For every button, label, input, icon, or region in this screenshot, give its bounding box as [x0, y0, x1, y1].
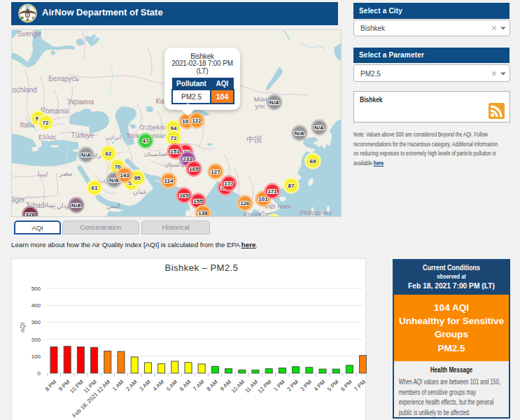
- svg-text:3 PM: 3 PM: [300, 379, 314, 393]
- svg-text:400: 400: [31, 302, 41, 309]
- svg-text:8 PM: 8 PM: [44, 379, 58, 393]
- svg-text:Türkiye: Türkiye: [71, 132, 94, 139]
- svg-text:N/A: N/A: [81, 152, 91, 158]
- svg-text:69: 69: [310, 158, 316, 164]
- svg-text:165: 165: [189, 166, 199, 172]
- svg-text:улс: улс: [255, 102, 266, 110]
- svg-text:ليبيا: ليبيا: [38, 170, 48, 178]
- svg-text:11 AM: 11 AM: [244, 379, 259, 394]
- svg-text:0: 0: [38, 370, 41, 377]
- svg-text:165: 165: [179, 192, 189, 199]
- svg-text:4 AM: 4 AM: [152, 379, 165, 392]
- svg-text:328: 328: [25, 211, 35, 217]
- svg-text:127: 127: [211, 169, 220, 175]
- svg-text:10 AM: 10 AM: [230, 379, 246, 395]
- svg-text:Беларусь: Беларусь: [48, 75, 79, 83]
- svg-text:47: 47: [143, 138, 149, 144]
- svg-text:8 AM: 8 AM: [206, 379, 219, 392]
- svg-text:200: 200: [31, 337, 41, 343]
- svg-text:1 AM: 1 AM: [111, 379, 125, 392]
- svg-text:114: 114: [164, 178, 174, 184]
- svg-text:5 PM: 5 PM: [326, 379, 340, 393]
- svg-text:Deutschland: Deutschland: [12, 86, 37, 94]
- svg-text:AQI: AQI: [19, 323, 26, 333]
- svg-text:177: 177: [224, 181, 234, 187]
- svg-text:Bishkek – PM2.5: Bishkek – PM2.5: [164, 262, 238, 273]
- svg-text:Ελλάς: Ελλάς: [38, 133, 57, 141]
- svg-text:62: 62: [106, 150, 112, 157]
- svg-text:ایران: ایران: [108, 134, 121, 141]
- svg-text:87: 87: [288, 183, 295, 189]
- svg-text:Philippines: Philippines: [300, 209, 332, 216]
- svg-text:Niger: Niger: [12, 196, 26, 204]
- svg-text:N/A: N/A: [71, 202, 81, 209]
- svg-text:126: 126: [240, 200, 250, 206]
- svg-text:5 AM: 5 AM: [165, 379, 178, 392]
- svg-text:171: 171: [267, 188, 277, 195]
- svg-text:143: 143: [120, 172, 129, 178]
- svg-text:300: 300: [31, 319, 41, 326]
- svg-text:Sverige: Sverige: [17, 30, 41, 38]
- svg-text:151: 151: [170, 148, 180, 155]
- svg-text:2 AM: 2 AM: [125, 379, 138, 392]
- svg-text:6 AM: 6 AM: [178, 379, 192, 392]
- svg-text:N/A: N/A: [314, 125, 324, 131]
- svg-text:7 PM: 7 PM: [353, 379, 367, 393]
- svg-text:95: 95: [134, 175, 141, 181]
- svg-text:6 PM: 6 PM: [339, 379, 353, 393]
- svg-text:100: 100: [31, 354, 41, 360]
- svg-text:138: 138: [198, 210, 208, 216]
- svg-text:ประเทศไทย: ประเทศไทย: [244, 211, 272, 217]
- svg-text:افغانستان: افغانستان: [144, 150, 168, 158]
- svg-text:中国: 中国: [246, 135, 262, 144]
- svg-text:155: 155: [193, 198, 203, 204]
- svg-text:N/A: N/A: [269, 99, 279, 106]
- svg-text:72: 72: [43, 120, 49, 126]
- svg-text:500: 500: [31, 286, 41, 292]
- svg-text:4 PM: 4 PM: [313, 379, 327, 393]
- svg-text:3 AM: 3 AM: [139, 379, 152, 392]
- svg-text:اليمن: اليمن: [106, 202, 120, 209]
- svg-text:1 PM: 1 PM: [272, 379, 286, 393]
- svg-text:2 PM: 2 PM: [286, 379, 300, 393]
- svg-text:72: 72: [171, 135, 177, 141]
- svg-text:61: 61: [92, 185, 98, 191]
- svg-text:10 PM: 10 PM: [69, 379, 85, 395]
- svg-text:122: 122: [192, 118, 202, 124]
- svg-text:تشاد: تشاد: [43, 202, 56, 209]
- svg-text:مصر: مصر: [59, 169, 73, 177]
- svg-text:N/A: N/A: [295, 130, 304, 136]
- svg-text:Украина: Украина: [67, 98, 94, 106]
- svg-text:7 AM: 7 AM: [192, 379, 205, 392]
- svg-text:12 PM: 12 PM: [257, 379, 273, 395]
